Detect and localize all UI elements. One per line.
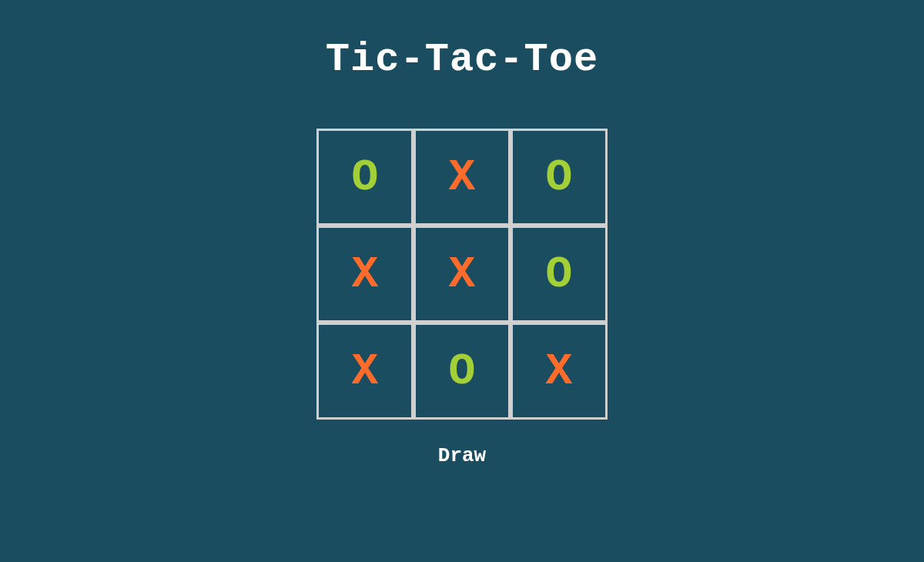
cell-5[interactable]: O [513,228,605,320]
game-board: O X O X X O X O X [316,129,608,420]
cell-0[interactable]: O [319,131,411,223]
cell-4[interactable]: X [416,228,508,320]
cell-7[interactable]: O [416,325,508,417]
cell-6[interactable]: X [319,325,411,417]
cell-3[interactable]: X [319,228,411,320]
cell-1[interactable]: X [416,131,508,223]
cell-8[interactable]: X [513,325,605,417]
cell-2[interactable]: O [513,131,605,223]
page-title: Tic-Tac-Toe [326,37,598,82]
game-status: Draw [438,444,486,467]
